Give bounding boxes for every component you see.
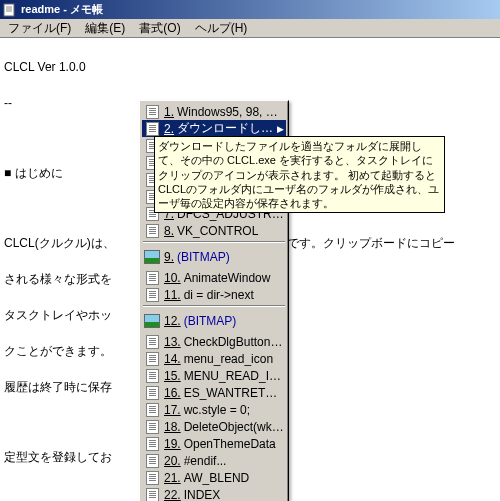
- text-icon: [144, 368, 160, 384]
- text-icon: [144, 104, 160, 120]
- item-number: 12.: [164, 314, 181, 328]
- history-item[interactable]: 2.ダウンロードしたファイルを適当なフォル...▶: [142, 120, 286, 137]
- item-number: 21.: [164, 471, 181, 485]
- history-item[interactable]: 16.ES_WANTRETURN: [142, 384, 286, 401]
- item-number: 13.: [164, 335, 181, 349]
- item-number: 20.: [164, 454, 181, 468]
- history-item[interactable]: 18.DeleteObject(wk_hbmp);: [142, 418, 286, 435]
- text-icon: [144, 287, 160, 303]
- history-item[interactable]: 20.#endif...: [142, 452, 286, 469]
- item-number: 11.: [164, 288, 181, 302]
- history-item[interactable]: 12.(BITMAP): [142, 309, 286, 333]
- menu-separator: [143, 305, 285, 307]
- text-icon: [144, 402, 160, 418]
- item-label: INDEX: [184, 488, 284, 502]
- item-number: 2.: [164, 122, 174, 136]
- text-icon: [144, 453, 160, 469]
- menu-separator: [143, 241, 285, 243]
- text-icon: [144, 470, 160, 486]
- item-label: CheckDlgButton(hDlg, IDC_CHEC...: [184, 335, 284, 349]
- item-number: 22.: [164, 488, 181, 502]
- item-number: 14.: [164, 352, 181, 366]
- bitmap-icon: [144, 313, 160, 329]
- history-item[interactable]: 8.VK_CONTROL: [142, 222, 286, 239]
- titlebar: readme - メモ帳: [0, 0, 500, 19]
- menu-edit[interactable]: 編集(E): [79, 18, 131, 39]
- text-icon: [144, 436, 160, 452]
- history-item[interactable]: 14.menu_read_icon: [142, 350, 286, 367]
- text-icon: [144, 351, 160, 367]
- svg-rect-0: [4, 4, 14, 16]
- item-number: 19.: [164, 437, 181, 451]
- text-line: CLCL Ver 1.0.0: [4, 58, 496, 76]
- item-label: #endif...: [184, 454, 284, 468]
- history-item[interactable]: 22.INDEX: [142, 486, 286, 501]
- item-number: 10.: [164, 271, 181, 285]
- history-item[interactable]: 15.MENU_READ_ICON: [142, 367, 286, 384]
- item-number: 16.: [164, 386, 181, 400]
- item-label: AW_BLEND: [184, 471, 284, 485]
- history-item[interactable]: 1.Windows95, 98, Me, NT4.0, 2000, XP: [142, 103, 286, 120]
- item-label: OpenThemeData: [184, 437, 284, 451]
- menu-format[interactable]: 書式(O): [133, 18, 186, 39]
- item-label: Windows95, 98, Me, NT4.0, 2000, XP: [177, 105, 284, 119]
- text-icon: [144, 419, 160, 435]
- item-number: 9.: [164, 250, 174, 264]
- text-icon: [144, 223, 160, 239]
- history-item[interactable]: 19.OpenThemeData: [142, 435, 286, 452]
- history-item[interactable]: 9.(BITMAP): [142, 245, 286, 269]
- window-title: readme - メモ帳: [21, 2, 103, 17]
- item-label: (BITMAP): [184, 314, 284, 328]
- text-icon: [144, 334, 160, 350]
- item-number: 1.: [164, 105, 174, 119]
- item-label: di = dir->next: [184, 288, 284, 302]
- item-number: 18.: [164, 420, 181, 434]
- history-item[interactable]: 21.AW_BLEND: [142, 469, 286, 486]
- item-label: wc.style = 0;: [184, 403, 284, 417]
- history-item[interactable]: 11.di = dir->next: [142, 286, 286, 303]
- item-label: DeleteObject(wk_hbmp);: [184, 420, 284, 434]
- item-number: 17.: [164, 403, 181, 417]
- bitmap-icon: [144, 249, 160, 265]
- menubar: ファイル(F) 編集(E) 書式(O) ヘルプ(H): [0, 19, 500, 38]
- history-item[interactable]: 13.CheckDlgButton(hDlg, IDC_CHEC...: [142, 333, 286, 350]
- item-label: ダウンロードしたファイルを適当なフォル...: [177, 120, 277, 137]
- submenu-arrow-icon: ▶: [277, 124, 284, 134]
- text-icon: [144, 270, 160, 286]
- history-item[interactable]: 17.wc.style = 0;: [142, 401, 286, 418]
- history-item[interactable]: 10.AnimateWindow: [142, 269, 286, 286]
- text-icon: [144, 385, 160, 401]
- tooltip: ダウンロードしたファイルを適当なフォルダに展開して、その中の CLCL.exe …: [154, 136, 445, 213]
- item-number: 15.: [164, 369, 181, 383]
- item-number: 8.: [164, 224, 174, 238]
- item-label: MENU_READ_ICON: [184, 369, 284, 383]
- item-label: AnimateWindow: [184, 271, 284, 285]
- menu-file[interactable]: ファイル(F): [2, 18, 77, 39]
- text-icon: [144, 487, 160, 502]
- item-label: VK_CONTROL: [177, 224, 284, 238]
- menu-help[interactable]: ヘルプ(H): [189, 18, 254, 39]
- app-icon: [2, 2, 18, 18]
- item-label: (BITMAP): [177, 250, 284, 264]
- item-label: menu_read_icon: [184, 352, 284, 366]
- item-label: ES_WANTRETURN: [184, 386, 284, 400]
- text-icon: [144, 121, 160, 137]
